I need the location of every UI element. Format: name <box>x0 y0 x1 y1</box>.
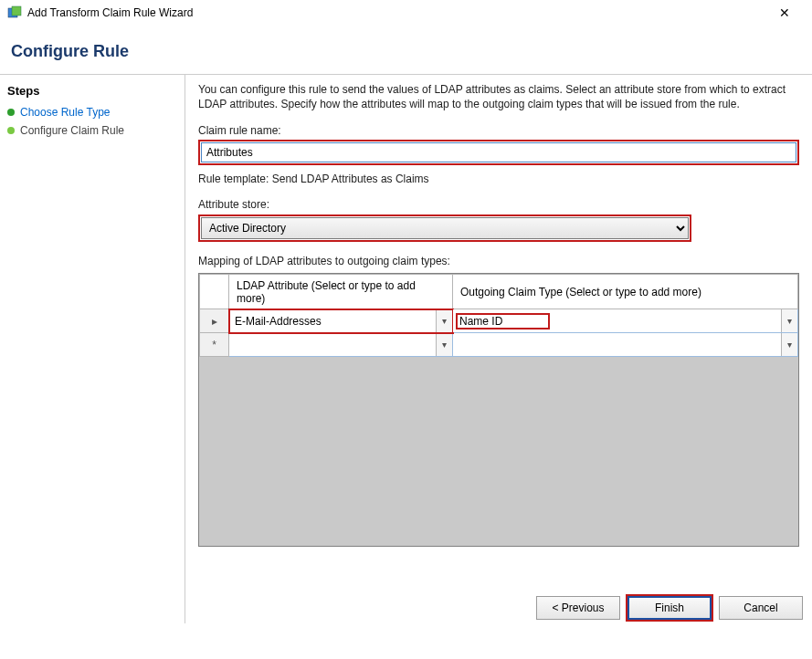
steps-sidebar: Steps Choose Rule Type Configure Claim R… <box>0 75 185 623</box>
window-title: Add Transform Claim Rule Wizard <box>27 6 765 19</box>
outgoing-claim-value <box>453 343 781 347</box>
page-title: Configure Rule <box>11 42 801 61</box>
cancel-button[interactable]: Cancel <box>719 596 803 620</box>
grid-col-claim[interactable]: Outgoing Claim Type (Select or type to a… <box>453 275 798 309</box>
button-bar: < Previous Finish Cancel <box>536 596 803 620</box>
main-panel: You can configure this rule to send the … <box>185 75 812 623</box>
attribute-store-label: Attribute store: <box>198 198 799 211</box>
chevron-down-icon[interactable]: ▾ <box>436 333 452 356</box>
claim-rule-name-highlight <box>198 140 799 165</box>
step-choose-rule-type[interactable]: Choose Rule Type <box>5 103 179 121</box>
chevron-down-icon[interactable]: ▾ <box>436 309 452 332</box>
step-label: Choose Rule Type <box>20 106 111 119</box>
chevron-down-icon[interactable]: ▾ <box>781 333 797 356</box>
intro-text: You can configure this rule to send the … <box>198 82 799 111</box>
chevron-down-icon[interactable]: ▾ <box>781 309 797 332</box>
attribute-store-highlight: Active Directory <box>198 214 691 242</box>
outgoing-claim-cell[interactable]: Name ID ▾ <box>453 309 798 333</box>
close-button[interactable]: ✕ <box>765 5 805 20</box>
app-icon <box>7 5 22 20</box>
row-marker[interactable]: ▸ <box>200 309 229 333</box>
claim-rule-name-input[interactable] <box>201 142 796 162</box>
title-bar: Add Transform Claim Rule Wizard ✕ <box>0 0 812 26</box>
outgoing-claim-cell[interactable]: ▾ <box>453 333 798 357</box>
finish-button[interactable]: Finish <box>627 596 712 620</box>
grid-corner <box>200 275 229 309</box>
step-configure-claim-rule[interactable]: Configure Claim Rule <box>5 121 179 140</box>
ldap-attribute-value <box>229 343 436 347</box>
claim-rule-name-label: Claim rule name: <box>198 124 799 137</box>
step-bullet-icon <box>7 109 15 116</box>
mapping-grid: LDAP Attribute (Select or type to add mo… <box>199 274 798 357</box>
step-bullet-icon <box>7 127 15 134</box>
ldap-attribute-value: E-Mail-Addresses <box>229 313 436 330</box>
mapping-grid-container: LDAP Attribute (Select or type to add mo… <box>198 273 799 547</box>
rule-template-text: Rule template: Send LDAP Attributes as C… <box>198 173 799 185</box>
grid-col-ldap[interactable]: LDAP Attribute (Select or type to add mo… <box>229 275 453 309</box>
outgoing-claim-value: Name ID <box>453 312 781 330</box>
mapping-label: Mapping of LDAP attributes to outgoing c… <box>198 255 799 267</box>
row-marker[interactable]: * <box>200 333 229 357</box>
previous-button[interactable]: < Previous <box>536 596 620 620</box>
wizard-header: Configure Rule <box>0 26 812 74</box>
steps-heading: Steps <box>5 82 179 103</box>
grid-row: ▸ E-Mail-Addresses ▾ Name ID ▾ <box>200 309 798 333</box>
attribute-store-select[interactable]: Active Directory <box>201 217 689 239</box>
svg-rect-1 <box>12 6 21 16</box>
ldap-attribute-cell[interactable]: E-Mail-Addresses ▾ <box>229 309 453 333</box>
grid-row-new: * ▾ ▾ <box>200 333 798 357</box>
ldap-attribute-cell[interactable]: ▾ <box>229 333 453 357</box>
step-label: Configure Claim Rule <box>20 124 124 137</box>
